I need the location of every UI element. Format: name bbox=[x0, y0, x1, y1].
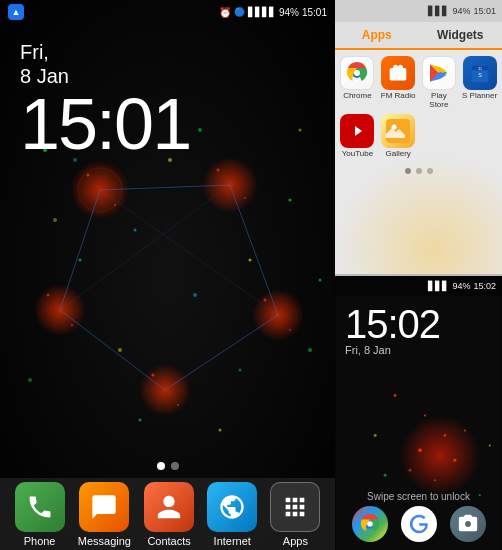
svg-point-33 bbox=[114, 204, 116, 206]
bluetooth-icon: 🔵 bbox=[234, 7, 245, 17]
fmradio-app-icon bbox=[381, 56, 415, 90]
svg-point-53 bbox=[385, 401, 485, 501]
dock-phone[interactable]: Phone bbox=[15, 482, 65, 547]
gallery-app-icon bbox=[381, 114, 415, 148]
right-top-panel: ▋▋▋ 94% 15:01 Apps Widgets bbox=[335, 0, 502, 274]
rt-signal: ▋▋▋ bbox=[428, 6, 449, 16]
internet-label: Internet bbox=[214, 535, 251, 547]
youtube-app-icon bbox=[340, 114, 374, 148]
svg-text:S: S bbox=[478, 72, 482, 78]
signal-icon: ▋▋▋▋ bbox=[248, 7, 276, 17]
lock-bottom-icons bbox=[335, 506, 502, 542]
svg-line-12 bbox=[100, 190, 278, 315]
rb-signal: ▋▋▋ bbox=[428, 281, 449, 291]
contacts-icon bbox=[144, 482, 194, 532]
lock-time: 15:02 bbox=[345, 304, 440, 344]
svg-point-57 bbox=[418, 448, 422, 452]
svg-point-35 bbox=[244, 197, 246, 199]
dot-1 bbox=[157, 462, 165, 470]
svg-line-9 bbox=[230, 185, 278, 315]
svg-point-37 bbox=[71, 324, 73, 326]
right-panel: ▋▋▋ 94% 15:01 Apps Widgets bbox=[335, 0, 502, 550]
svg-point-32 bbox=[87, 174, 90, 177]
svg-point-31 bbox=[239, 369, 242, 372]
svg-line-11 bbox=[165, 315, 278, 390]
app-fmradio[interactable]: FM Radio bbox=[380, 56, 417, 110]
svg-point-56 bbox=[443, 434, 446, 437]
right-top-status-bar: ▋▋▋ 94% 15:01 bbox=[335, 0, 502, 22]
alarm-icon: ⏰ bbox=[219, 7, 231, 18]
contacts-label: Contacts bbox=[147, 535, 190, 547]
notification-icon: ▲ bbox=[8, 4, 24, 20]
svg-point-34 bbox=[217, 169, 220, 172]
right-top-glow bbox=[335, 154, 502, 274]
app-gallery[interactable]: Gallery bbox=[380, 114, 417, 159]
app-chrome[interactable]: Chrome bbox=[339, 56, 376, 110]
left-status-bar: ▲ ⏰ 🔵 ▋▋▋▋ 94% 15:01 bbox=[0, 0, 335, 24]
svg-point-40 bbox=[152, 374, 155, 377]
svg-point-18 bbox=[308, 348, 312, 352]
svg-point-16 bbox=[198, 128, 202, 132]
svg-point-25 bbox=[53, 218, 57, 222]
messaging-icon bbox=[79, 482, 129, 532]
right-bottom-panel: ▋▋▋ 94% 15:02 15:02 Fri, 8 Jan Swipe scr… bbox=[335, 276, 502, 550]
apps-icon bbox=[270, 482, 320, 532]
internet-icon bbox=[207, 482, 257, 532]
left-date: Fri, 8 Jan bbox=[20, 40, 190, 88]
svg-point-27 bbox=[134, 229, 137, 232]
lock-chrome-icon[interactable] bbox=[352, 506, 388, 542]
splanner-app-label: S Planner bbox=[462, 92, 497, 101]
chrome-app-label: Chrome bbox=[343, 92, 371, 101]
svg-point-26 bbox=[299, 129, 302, 132]
svg-point-28 bbox=[193, 293, 197, 297]
svg-point-43 bbox=[354, 70, 360, 76]
right-lock-clock: 15:02 Fri, 8 Jan bbox=[345, 304, 440, 356]
tab-widgets[interactable]: Widgets bbox=[419, 22, 503, 48]
swipe-to-unlock-text: Swipe screen to unlock bbox=[335, 491, 502, 502]
dock-internet[interactable]: Internet bbox=[207, 482, 257, 547]
svg-line-10 bbox=[60, 310, 165, 390]
app-playstore[interactable]: Play Store bbox=[421, 56, 458, 110]
svg-point-15 bbox=[79, 259, 82, 262]
messaging-label: Messaging bbox=[78, 535, 131, 547]
dock-apps[interactable]: Apps bbox=[270, 482, 320, 547]
svg-point-19 bbox=[139, 419, 142, 422]
status-right-info: ⏰ 🔵 ▋▋▋▋ 94% 15:01 bbox=[219, 7, 327, 18]
apps-grid: Chrome FM Radio bbox=[335, 50, 502, 164]
dock-contacts[interactable]: Contacts bbox=[144, 482, 194, 547]
svg-text:31: 31 bbox=[478, 67, 482, 71]
svg-point-55 bbox=[424, 414, 426, 416]
dot-2 bbox=[171, 462, 179, 470]
svg-point-54 bbox=[394, 394, 397, 397]
left-panel: ▲ ⏰ 🔵 ▋▋▋▋ 94% 15:01 Fri, 8 Jan 15:01 bbox=[0, 0, 335, 550]
dock-messaging[interactable]: Messaging bbox=[78, 482, 131, 547]
app-youtube[interactable]: YouTube bbox=[339, 114, 376, 159]
svg-point-64 bbox=[374, 434, 377, 437]
bottom-dock: Phone Messaging Contacts bbox=[0, 478, 335, 550]
svg-point-61 bbox=[464, 429, 466, 431]
svg-point-29 bbox=[319, 279, 322, 282]
apps-label: Apps bbox=[283, 535, 308, 547]
svg-point-23 bbox=[118, 348, 122, 352]
fmradio-app-label: FM Radio bbox=[381, 92, 416, 101]
splanner-app-icon: 31 S bbox=[463, 56, 497, 90]
svg-point-58 bbox=[453, 459, 456, 462]
playstore-app-icon bbox=[422, 56, 456, 90]
svg-point-20 bbox=[28, 378, 32, 382]
right-bottom-status-bar: ▋▋▋ 94% 15:02 bbox=[335, 276, 502, 296]
status-left-icons: ▲ bbox=[8, 4, 24, 20]
rb-time: 15:02 bbox=[473, 281, 496, 291]
svg-point-36 bbox=[47, 294, 50, 297]
tab-apps[interactable]: Apps bbox=[335, 22, 419, 50]
app-splanner[interactable]: 31 S S Planner bbox=[461, 56, 498, 110]
svg-point-67 bbox=[367, 521, 373, 527]
svg-point-62 bbox=[384, 474, 387, 477]
svg-point-22 bbox=[249, 259, 252, 262]
lock-google-icon[interactable] bbox=[401, 506, 437, 542]
left-datetime: Fri, 8 Jan 15:01 bbox=[20, 40, 190, 160]
svg-point-41 bbox=[177, 404, 179, 406]
battery-text: 94% bbox=[279, 7, 299, 18]
status-time: 15:01 bbox=[302, 7, 327, 18]
lock-camera-icon[interactable] bbox=[450, 506, 486, 542]
svg-point-17 bbox=[289, 199, 292, 202]
